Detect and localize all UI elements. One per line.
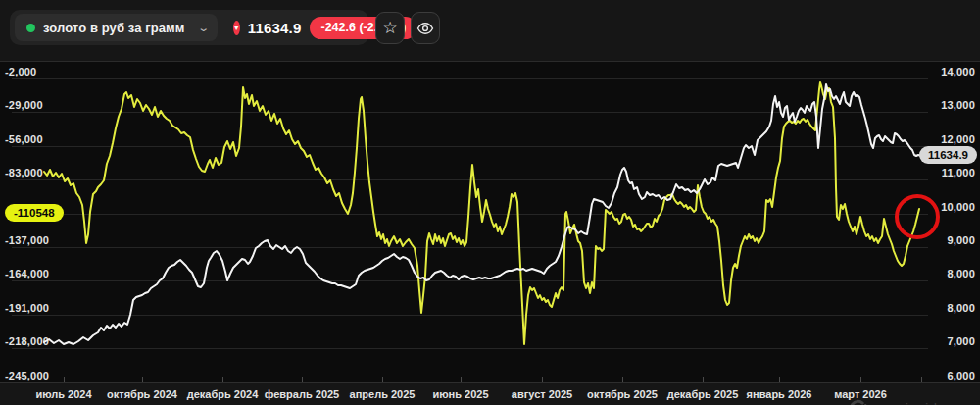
indicator-series-line	[44, 82, 919, 344]
trading-chart-page: золото в руб за грамм ⌄ ▼ 11634.9 -242.6…	[0, 0, 980, 405]
status-dot-icon	[26, 24, 35, 32]
price-down-icon: ▼	[233, 21, 240, 35]
symbol-label: золото в руб за грамм	[43, 21, 185, 35]
chart-plot-area[interactable]: -2,000-29,000-56,000-83,000-137,000-164,…	[0, 61, 980, 382]
x-axis-label: февраль 2025	[265, 388, 339, 400]
x-axis-label: декабрь 2024	[187, 388, 259, 400]
x-axis-label: октябрь 2025	[587, 388, 658, 400]
x-axis-label: октябрь 2024	[107, 388, 177, 400]
x-axis: июль 2024октябрь 2024декабрь 2024февраль…	[0, 382, 980, 405]
watch-button[interactable]	[411, 12, 440, 44]
current-price: 11634.9	[248, 20, 302, 36]
eye-icon	[416, 20, 434, 37]
symbol-dropdown[interactable]: золото в руб за грамм ⌄	[15, 14, 218, 41]
x-axis-label: декабрь 2025	[667, 388, 739, 400]
symbol-group: золото в руб за грамм ⌄ ▼ 11634.9 -242.6…	[10, 10, 368, 45]
x-axis-label: январь 2026	[747, 388, 812, 400]
watermark-text-light: insider	[906, 400, 952, 405]
watermark-text-bold: msc	[871, 400, 902, 405]
chevron-down-icon: ⌄	[197, 22, 210, 34]
x-axis-label: август 2025	[512, 388, 572, 400]
right-axis-current-value-pill: 11634.9	[919, 146, 977, 164]
watermark: mscinsider	[849, 399, 952, 405]
left-axis-current-value-pill: -110548	[5, 204, 64, 222]
x-axis-label: июль 2024	[35, 388, 91, 400]
x-axis-label: июнь 2025	[432, 388, 488, 400]
star-icon: ☆	[382, 18, 397, 38]
x-axis-label: апрель 2025	[350, 388, 416, 400]
series-chart	[0, 62, 980, 383]
top-bar: золото в руб за грамм ⌄ ▼ 11634.9 -242.6…	[0, 0, 980, 61]
mscinsider-logo-icon	[849, 399, 867, 405]
favorite-button[interactable]: ☆	[375, 12, 405, 44]
